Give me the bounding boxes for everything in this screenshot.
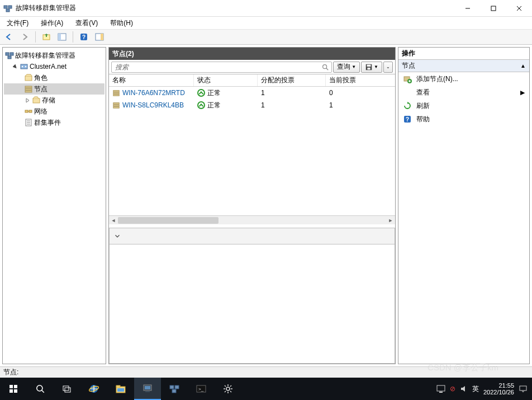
current-weight: 1	[326, 101, 395, 109]
help-icon: ?	[403, 115, 412, 124]
svg-rect-25	[25, 110, 28, 112]
svg-rect-26	[29, 110, 32, 112]
maximize-button[interactable]	[481, 0, 506, 17]
action-refresh-label: 刷新	[416, 101, 430, 111]
query-button[interactable]: 查询▼	[333, 62, 360, 73]
action-add-node-label: 添加节点(N)...	[416, 74, 458, 84]
forward-button[interactable]	[18, 31, 31, 43]
col-state[interactable]: 状态	[194, 74, 258, 86]
tree-network[interactable]: 网络	[4, 106, 104, 117]
svg-line-77	[230, 385, 231, 387]
tree-nodes[interactable]: 节点	[4, 83, 104, 95]
svg-text:?: ?	[406, 116, 409, 123]
taskbar-cluster-manager[interactable]	[161, 378, 188, 400]
svg-point-70	[226, 387, 230, 390]
col-current[interactable]: 当前投票	[326, 74, 395, 86]
search-input[interactable]	[114, 63, 321, 72]
svg-rect-51	[10, 389, 13, 393]
svg-rect-64	[145, 386, 150, 389]
svg-text:?: ?	[82, 34, 86, 40]
expand-toggle-icon[interactable]	[24, 97, 31, 103]
search-box[interactable]	[111, 62, 332, 73]
menu-file[interactable]: 文件(F)	[4, 17, 31, 29]
taskbar-settings[interactable]	[215, 378, 241, 400]
tray-network-icon[interactable]: ⊘	[450, 385, 455, 393]
content-pane: 节点(2) 查询▼ ▼ ⌄ 名称 状态 分配的投票 当前投票 WIN-76A6N…	[108, 47, 396, 364]
tree-cluster-label: ClusterA.net	[30, 63, 66, 70]
search-icon[interactable]	[321, 63, 329, 71]
horizontal-scrollbar[interactable]: ◄ ►	[109, 215, 395, 224]
svg-line-78	[225, 391, 226, 392]
tree-storage-label: 存储	[42, 96, 55, 105]
action-add-node[interactable]: 添加节点(N)...	[398, 72, 529, 86]
tree-root[interactable]: 故障转移群集管理器	[4, 50, 104, 61]
menu-view[interactable]: 查看(V)	[73, 17, 100, 29]
action-help[interactable]: ? 帮助	[398, 112, 529, 126]
expand-toggle-icon[interactable]	[12, 63, 18, 70]
more-button[interactable]: ⌄	[383, 62, 393, 73]
svg-rect-14	[6, 53, 9, 55]
save-icon	[365, 63, 373, 71]
svg-rect-4	[491, 6, 496, 11]
scrollbar-thumb[interactable]	[118, 217, 218, 224]
tray-taskview-icon[interactable]	[436, 385, 445, 393]
close-button[interactable]	[506, 0, 532, 17]
actions-section-header[interactable]: 节点 ▲	[398, 60, 529, 72]
up-button[interactable]	[40, 31, 53, 43]
menu-bar: 文件(F) 操作(A) 查看(V) 帮助(H)	[0, 17, 532, 29]
status-label: 节点:	[3, 368, 18, 377]
tree-events[interactable]: 群集事件	[4, 117, 104, 128]
show-hide-actions-button[interactable]	[93, 31, 106, 43]
menu-action[interactable]: 操作(A)	[39, 17, 65, 29]
scroll-right-icon[interactable]: ►	[386, 217, 395, 224]
taskbar-clock[interactable]: 21:55 2022/10/26	[483, 382, 514, 396]
table-row[interactable]: WIN-S8LC9RKL4BB正常11	[109, 99, 395, 111]
taskbar-cmd[interactable]: >_	[188, 378, 215, 400]
svg-rect-61	[117, 388, 124, 392]
task-view-button[interactable]	[54, 378, 80, 400]
tree-storage[interactable]: 存储	[4, 95, 104, 106]
content-heading: 节点(2)	[109, 48, 395, 60]
navigation-tree: 故障转移群集管理器 ClusterA.net 角色 节点 存储	[2, 47, 106, 364]
help-button[interactable]: ?	[77, 31, 91, 43]
tree-roles-label: 角色	[34, 73, 48, 83]
svg-point-32	[323, 64, 327, 68]
svg-rect-49	[10, 385, 13, 388]
save-button[interactable]: ▼	[361, 62, 382, 73]
menu-help[interactable]: 帮助(H)	[108, 17, 135, 29]
svg-line-76	[230, 391, 231, 392]
svg-rect-56	[65, 388, 70, 392]
svg-rect-39	[113, 95, 120, 96]
chevron-down-icon: ▼	[374, 64, 378, 69]
tree-roles[interactable]: 角色	[4, 72, 104, 83]
show-hide-tree-button[interactable]	[55, 31, 69, 43]
taskbar-ie[interactable]	[80, 378, 107, 400]
node-name: WIN-76A6N72MRTD	[122, 89, 185, 97]
query-button-label: 查询	[337, 62, 350, 72]
chevron-down-icon: ▼	[352, 64, 356, 69]
start-button[interactable]	[0, 378, 27, 400]
back-button[interactable]	[2, 31, 16, 43]
col-name[interactable]: 名称	[109, 74, 194, 86]
taskbar-explorer[interactable]	[107, 378, 134, 400]
ime-indicator[interactable]: 英	[472, 384, 479, 394]
chevron-down-icon	[110, 232, 125, 240]
node-icon	[112, 101, 120, 109]
svg-rect-42	[113, 107, 120, 109]
tree-nodes-label: 节点	[34, 84, 48, 94]
svg-rect-22	[25, 88, 32, 90]
node-state: 正常	[207, 101, 221, 110]
scroll-left-icon[interactable]: ◄	[109, 217, 118, 224]
minimize-button[interactable]	[455, 0, 481, 17]
action-refresh[interactable]: 刷新	[398, 99, 529, 112]
taskbar-server-manager[interactable]	[134, 378, 161, 400]
table-row[interactable]: WIN-76A6N72MRTD正常10	[109, 87, 395, 99]
action-view[interactable]: 查看 ▶	[398, 86, 529, 99]
tray-volume-icon[interactable]	[460, 385, 468, 393]
col-assigned[interactable]: 分配的投票	[258, 74, 326, 86]
tree-cluster[interactable]: ClusterA.net	[4, 61, 104, 72]
actions-pane: 操作 节点 ▲ 添加节点(N)... 查看 ▶ 刷新 ? 帮助	[398, 47, 530, 364]
taskbar-search[interactable]	[27, 378, 54, 400]
detail-panel-header[interactable]	[109, 228, 395, 244]
tray-notifications-icon[interactable]	[519, 384, 528, 393]
